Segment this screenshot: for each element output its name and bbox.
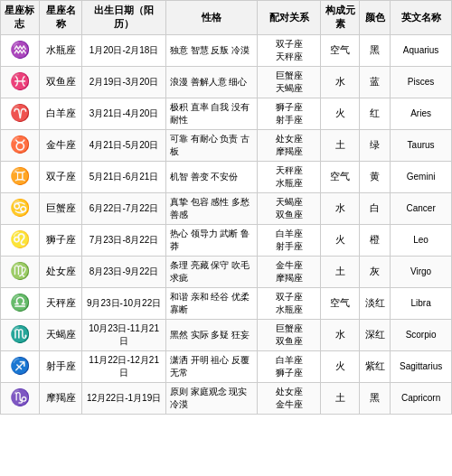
zodiac-symbol: ♎ xyxy=(1,287,40,319)
zodiac-color: 橙 xyxy=(360,224,391,256)
zodiac-name: 双鱼座 xyxy=(39,66,81,98)
zodiac-date: 1月20日-2月18日 xyxy=(82,34,166,66)
zodiac-match: 金牛座 摩羯座 xyxy=(258,256,321,287)
zodiac-symbol: ♐ xyxy=(1,350,40,382)
table-row: ♋巨蟹座6月22日-7月22日真挚 包容 感性 多愁善感天蝎座 双鱼座水白Can… xyxy=(1,192,452,224)
zodiac-character: 极积 直率 自我 没有耐性 xyxy=(165,98,258,129)
zodiac-name: 金牛座 xyxy=(39,129,81,161)
zodiac-date: 7月23日-8月22日 xyxy=(82,224,166,256)
zodiac-name: 狮子座 xyxy=(39,224,81,256)
zodiac-date: 10月23日-11月21日 xyxy=(82,319,166,350)
zodiac-element: 土 xyxy=(321,129,360,161)
zodiac-color: 黑 xyxy=(360,34,391,66)
zodiac-element: 火 xyxy=(321,224,360,256)
zodiac-match: 天秤座 水瓶座 xyxy=(258,161,321,192)
zodiac-match: 白羊座 狮子座 xyxy=(258,350,321,382)
table-row: ♒水瓶座1月20日-2月18日独意 智慧 反叛 冷漠双子座 天秤座空气黑Aqua… xyxy=(1,34,452,66)
zodiac-english-name: Capricorn xyxy=(391,382,452,414)
zodiac-date: 4月21日-5月20日 xyxy=(82,129,166,161)
zodiac-name: 天秤座 xyxy=(39,287,81,319)
column-header-2: 出生日期（阳历） xyxy=(82,1,166,35)
zodiac-color: 黄 xyxy=(360,161,391,192)
zodiac-color: 淡红 xyxy=(360,287,391,319)
zodiac-color: 白 xyxy=(360,192,391,224)
zodiac-color: 红 xyxy=(360,98,391,129)
zodiac-name: 双子座 xyxy=(39,161,81,192)
zodiac-color: 绿 xyxy=(360,129,391,161)
zodiac-color: 黑 xyxy=(360,382,391,414)
table-row: ♍处女座8月23日-9月22日条理 亮藏 保守 吹毛求疵金牛座 摩羯座土灰Vir… xyxy=(1,256,452,287)
table-row: ♊双子座5月21日-6月21日机智 善变 不安份天秤座 水瓶座空气黄Gemini xyxy=(1,161,452,192)
table-row: ♌狮子座7月23日-8月22日热心 领导力 武断 鲁莽白羊座 射手座火橙Leo xyxy=(1,224,452,256)
zodiac-english-name: Libra xyxy=(391,287,452,319)
zodiac-english-name: Aries xyxy=(391,98,452,129)
zodiac-match: 巨蟹座 双鱼座 xyxy=(258,319,321,350)
zodiac-character: 机智 善变 不安份 xyxy=(165,161,258,192)
column-header-7: 英文名称 xyxy=(391,1,452,35)
zodiac-english-name: Leo xyxy=(391,224,452,256)
zodiac-character: 条理 亮藏 保守 吹毛求疵 xyxy=(165,256,258,287)
table-row: ♎天秤座9月23日-10月22日和谐 亲和 经谷 优柔寡断双子座 水瓶座空气淡红… xyxy=(1,287,452,319)
zodiac-match: 天蝎座 双鱼座 xyxy=(258,192,321,224)
zodiac-date: 3月21日-4月20日 xyxy=(82,98,166,129)
zodiac-date: 9月23日-10月22日 xyxy=(82,287,166,319)
column-header-4: 配对关系 xyxy=(258,1,321,35)
table-row: ♐射手座11月22日-12月21日潇洒 开明 祖心 反覆无常白羊座 狮子座火紫红… xyxy=(1,350,452,382)
column-header-0: 星座标志 xyxy=(1,1,40,35)
zodiac-date: 2月19日-3月20日 xyxy=(82,66,166,98)
zodiac-element: 空气 xyxy=(321,287,360,319)
table-header: 星座标志星座名称出生日期（阳历）性格配对关系构成元素颜色英文名称 xyxy=(1,1,452,35)
column-header-3: 性格 xyxy=(165,1,258,35)
zodiac-character: 真挚 包容 感性 多愁善感 xyxy=(165,192,258,224)
zodiac-date: 5月21日-6月21日 xyxy=(82,161,166,192)
zodiac-element: 火 xyxy=(321,350,360,382)
zodiac-name: 巨蟹座 xyxy=(39,192,81,224)
zodiac-symbol: ♍ xyxy=(1,256,40,287)
zodiac-english-name: Aquarius xyxy=(391,34,452,66)
zodiac-date: 6月22日-7月22日 xyxy=(82,192,166,224)
column-header-1: 星座名称 xyxy=(39,1,81,35)
zodiac-match: 白羊座 射手座 xyxy=(258,224,321,256)
zodiac-name: 水瓶座 xyxy=(39,34,81,66)
zodiac-match: 处女座 摩羯座 xyxy=(258,129,321,161)
zodiac-name: 射手座 xyxy=(39,350,81,382)
zodiac-element: 火 xyxy=(321,98,360,129)
zodiac-symbol: ♒ xyxy=(1,34,40,66)
zodiac-character: 热心 领导力 武断 鲁莽 xyxy=(165,224,258,256)
zodiac-element: 空气 xyxy=(321,161,360,192)
zodiac-color: 蓝 xyxy=(360,66,391,98)
zodiac-element: 土 xyxy=(321,256,360,287)
zodiac-match: 双子座 天秤座 xyxy=(258,34,321,66)
zodiac-date: 12月22日-1月19日 xyxy=(82,382,166,414)
zodiac-element: 空气 xyxy=(321,34,360,66)
zodiac-element: 土 xyxy=(321,382,360,414)
column-header-6: 颜色 xyxy=(360,1,391,35)
table-row: ♑摩羯座12月22日-1月19日原则 家庭观念 现实 冷漠处女座 金牛座土黑Ca… xyxy=(1,382,452,414)
table-row: ♈白羊座3月21日-4月20日极积 直率 自我 没有耐性狮子座 射手座火红Ari… xyxy=(1,98,452,129)
table-row: ♏天蝎座10月23日-11月21日黑然 实际 多疑 狂妄巨蟹座 双鱼座水深红Sc… xyxy=(1,319,452,350)
table-row: ♓双鱼座2月19日-3月20日浪漫 善解人意 细心巨蟹座 天蝎座水蓝Pisces xyxy=(1,66,452,98)
zodiac-symbol: ♉ xyxy=(1,129,40,161)
zodiac-match: 处女座 金牛座 xyxy=(258,382,321,414)
zodiac-name: 摩羯座 xyxy=(39,382,81,414)
zodiac-english-name: Scorpio xyxy=(391,319,452,350)
zodiac-symbol: ♊ xyxy=(1,161,40,192)
zodiac-color: 灰 xyxy=(360,256,391,287)
zodiac-name: 处女座 xyxy=(39,256,81,287)
zodiac-color: 紫红 xyxy=(360,350,391,382)
zodiac-name: 天蝎座 xyxy=(39,319,81,350)
table-row: ♉金牛座4月21日-5月20日可靠 有耐心 负责 古板处女座 摩羯座土绿Taur… xyxy=(1,129,452,161)
zodiac-symbol: ♋ xyxy=(1,192,40,224)
zodiac-element: 水 xyxy=(321,319,360,350)
zodiac-match: 狮子座 射手座 xyxy=(258,98,321,129)
zodiac-symbol: ♑ xyxy=(1,382,40,414)
zodiac-symbol: ♌ xyxy=(1,224,40,256)
zodiac-english-name: Sagittarius xyxy=(391,350,452,382)
zodiac-color: 深红 xyxy=(360,319,391,350)
zodiac-english-name: Virgo xyxy=(391,256,452,287)
zodiac-character: 可靠 有耐心 负责 古板 xyxy=(165,129,258,161)
zodiac-name: 白羊座 xyxy=(39,98,81,129)
zodiac-character: 和谐 亲和 经谷 优柔寡断 xyxy=(165,287,258,319)
zodiac-symbol: ♓ xyxy=(1,66,40,98)
zodiac-english-name: Gemini xyxy=(391,161,452,192)
